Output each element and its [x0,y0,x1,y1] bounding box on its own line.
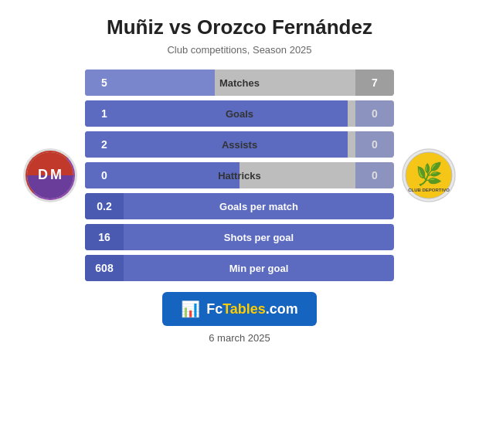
svg-text:CLUB DEPORTIVO: CLUB DEPORTIVO [408,188,450,192]
goals-per-match-label: Goals per match [124,201,394,212]
logo-left: D M [15,148,85,202]
goals-per-match-val: 0.2 [85,193,124,219]
stat-row-goals-per-match: 0.2 Goals per match [85,193,394,219]
shots-per-goal-label: Shots per goal [124,232,394,243]
watermark-section: 📊 FcTables.com 6 march 2025 [162,292,317,344]
logo-right: 🌿 CLUB DEPORTIVO [394,148,464,202]
matches-right-val: 7 [355,70,394,96]
hattricks-left-val: 0 [85,162,124,188]
stats-container: 5 Matches 7 1 Goals 0 2 Assists 0 0 [85,70,394,281]
watermark-chart-icon: 📊 [181,300,200,318]
goals-left-val: 1 [85,100,124,127]
assists-left-val: 2 [85,131,124,158]
stat-row-goals: 1 Goals 0 [85,100,394,127]
watermark-label: FcTables.com [206,301,298,317]
team-left-logo: D M [23,148,77,202]
matches-label: Matches [124,77,355,89]
svg-text:M: M [50,167,62,182]
goals-label: Goals [124,108,355,120]
matches-left-val: 5 [85,70,124,96]
hattricks-label: Hattricks [124,170,355,182]
assists-label: Assists [124,139,355,151]
eq-logo-svg: 🌿 CLUB DEPORTIVO [403,149,455,202]
page-title: Muñiz vs Orozco Fernández [107,15,372,39]
stat-row-hattricks: 0 Hattricks 0 [85,162,394,188]
date-label: 6 march 2025 [209,332,270,344]
hattricks-right-val: 0 [355,162,394,188]
assists-right-val: 0 [355,131,394,158]
stat-row-shots-per-goal: 16 Shots per goal [85,224,394,250]
dm-logo-svg: D M [27,152,73,199]
watermark-box: 📊 FcTables.com [162,292,317,326]
page: Muñiz vs Orozco Fernández Club competiti… [0,0,479,448]
goals-right-val: 0 [355,100,394,127]
min-per-goal-val: 608 [85,255,124,281]
main-content: D M 5 Matches 7 1 Goals 0 [8,70,471,281]
team-right-logo: 🌿 CLUB DEPORTIVO [402,148,456,202]
svg-text:D: D [38,167,48,182]
shots-per-goal-val: 16 [85,224,124,250]
page-subtitle: Club competitions, Season 2025 [167,44,311,56]
stat-row-min-per-goal: 608 Min per goal [85,255,394,281]
svg-text:🌿: 🌿 [416,161,443,187]
min-per-goal-label: Min per goal [124,263,394,274]
stat-row-matches: 5 Matches 7 [85,70,394,96]
stat-row-assists: 2 Assists 0 [85,131,394,158]
